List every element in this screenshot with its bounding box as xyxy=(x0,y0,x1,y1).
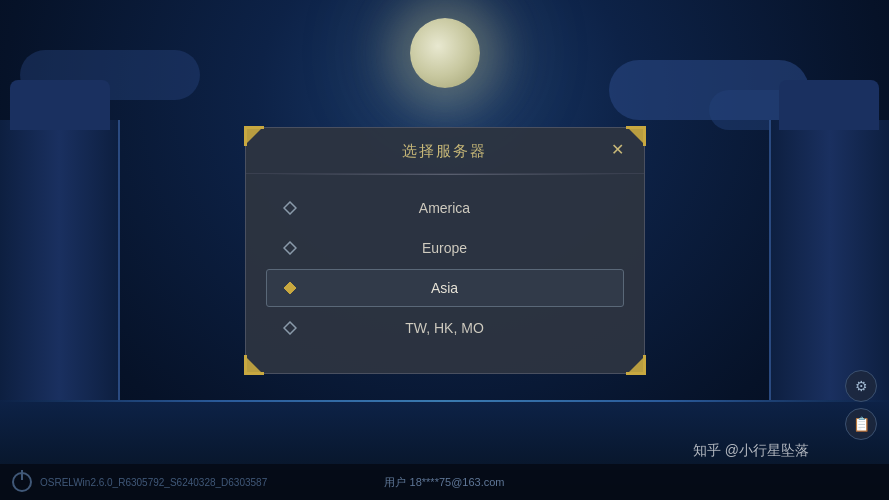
svg-marker-15 xyxy=(284,322,296,334)
server-name-asia: Asia xyxy=(309,280,581,296)
server-item-asia[interactable]: Asia xyxy=(266,269,624,307)
diamond-icon-america xyxy=(283,201,297,215)
server-list: America Europe Asia TW, xyxy=(246,183,644,353)
modal-title: 选择服务器 xyxy=(402,142,487,161)
svg-marker-14 xyxy=(284,282,296,294)
svg-rect-8 xyxy=(244,355,247,375)
corner-decoration-tr xyxy=(626,126,646,146)
watermark-text: 知乎 @小行星坠落 xyxy=(693,442,809,458)
calendar-button[interactable]: 📋 xyxy=(845,408,877,440)
bottom-bar: OSRELWin2.6.0_R6305792_S6240328_D6303587… xyxy=(0,464,889,500)
close-button[interactable]: ✕ xyxy=(607,140,628,160)
side-icons: ⚙ 📋 xyxy=(845,370,877,440)
version-text: OSRELWin2.6.0_R6305792_S6240328_D6303587 xyxy=(40,477,267,488)
svg-rect-2 xyxy=(244,126,247,146)
user-email: 18****75@163.com xyxy=(410,476,505,488)
wrench-button[interactable]: ⚙ xyxy=(845,370,877,402)
corner-decoration-tl xyxy=(244,126,264,146)
server-item-europe[interactable]: Europe xyxy=(266,229,624,267)
server-item-twhkmo[interactable]: TW, HK, MO xyxy=(266,309,624,347)
server-name-twhkmo: TW, HK, MO xyxy=(309,320,581,336)
power-button[interactable] xyxy=(12,472,32,492)
svg-rect-5 xyxy=(643,126,646,146)
watermark: 知乎 @小行星坠落 xyxy=(693,442,809,460)
svg-marker-12 xyxy=(284,202,296,214)
server-item-america[interactable]: America xyxy=(266,189,624,227)
modal-header: 选择服务器 ✕ xyxy=(246,128,644,174)
diamond-icon-europe xyxy=(283,241,297,255)
modal-overlay: 选择服务器 ✕ America Europe xyxy=(0,0,889,500)
svg-marker-13 xyxy=(284,242,296,254)
corner-decoration-br xyxy=(626,355,646,375)
user-info: 用户 18****75@163.com xyxy=(384,475,504,490)
corner-decoration-bl xyxy=(244,355,264,375)
server-name-europe: Europe xyxy=(309,240,581,256)
server-select-modal: 选择服务器 ✕ America Europe xyxy=(245,127,645,374)
diamond-icon-asia xyxy=(283,281,297,295)
user-label: 用户 xyxy=(384,476,406,488)
modal-divider xyxy=(266,174,624,175)
svg-rect-11 xyxy=(643,355,646,375)
diamond-icon-twhkmo xyxy=(283,321,297,335)
server-name-america: America xyxy=(309,200,581,216)
